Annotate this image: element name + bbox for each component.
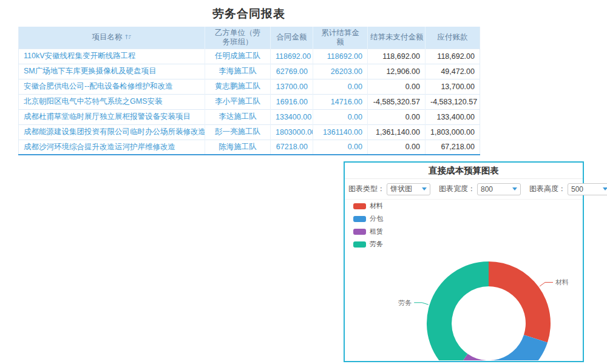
table-row: 110kV安徽线程集变开断线路工程任明成施工队118692.00118692.0… <box>19 49 480 64</box>
pie-slice-材料[interactable] <box>489 261 551 343</box>
cell-team[interactable]: 李小平施工队 <box>205 94 271 109</box>
legend-label: 材料 <box>370 201 383 211</box>
table-row: 成都能源建设集团投资有限公司临时办公场所装修改造工程EPC彭一亮施工队18030… <box>19 124 480 140</box>
labor-contract-report: 劳务合同报表 项目名称 乙方单位（劳务班组） 合同金额 累计结算金额 结算未支付… <box>18 4 480 155</box>
cell-name[interactable]: SM广场地下车库更换摄像机及硬盘项目 <box>19 64 205 79</box>
cell-settled: 14716.00 <box>313 94 368 109</box>
col-header-contractor: 乙方单位（劳务班组） <box>205 27 271 49</box>
cell-team[interactable]: 李海施工队 <box>205 64 271 79</box>
cell-contract: 62769.00 <box>271 64 313 79</box>
cell-unpaid: 1,361,140.00 <box>368 124 426 140</box>
pie-label-connector <box>540 282 553 286</box>
cell-settled: 0.00 <box>313 140 368 155</box>
cell-name[interactable]: 北京朝阳区电气中芯特气系统之GMS安装 <box>19 94 205 109</box>
cell-contract: 13700.00 <box>271 79 313 94</box>
cell-settled: 118692.00 <box>313 49 368 64</box>
table-row: 成都杜甫草堂临时展厅独立展柜报警设备安装项目李达施工队133400.000.00… <box>19 109 480 124</box>
col-header-label: 应付账款 <box>438 33 468 41</box>
cell-name[interactable]: 安徽合肥供电公司--配电设备检修维护和改造 <box>19 79 205 94</box>
cell-payable: 67,218.00 <box>426 140 480 155</box>
cell-contract: 133400.00 <box>271 109 313 124</box>
col-header-payable: 应付账款 <box>426 27 480 49</box>
cell-unpaid: 0.00 <box>368 79 426 94</box>
cell-name[interactable]: 成都杜甫草堂临时展厅独立展柜报警设备安装项目 <box>19 109 205 124</box>
cell-name[interactable]: 成都能源建设集团投资有限公司临时办公场所装修改造工程EPC <box>19 124 205 140</box>
cell-settled: 26203.00 <box>313 64 368 79</box>
cell-team[interactable]: 任明成施工队 <box>205 49 271 64</box>
cell-payable: 49,472.00 <box>426 64 480 79</box>
cell-payable: 1,803,000.00 <box>426 124 480 140</box>
legend-label: 分包 <box>370 214 383 223</box>
cell-contract: 118692.00 <box>271 49 313 64</box>
legend-item-劳务[interactable]: 劳务 <box>353 240 383 249</box>
col-header-settled-amount: 累计结算金额 <box>313 27 368 49</box>
legend-swatch <box>353 241 366 248</box>
col-header-contract-amount: 合同金额 <box>271 27 313 49</box>
col-header-project-name[interactable]: 项目名称 <box>19 27 205 49</box>
cell-unpaid: -4,585,320.57 <box>368 94 426 109</box>
legend-item-材料[interactable]: 材料 <box>353 201 383 211</box>
table-header-row: 项目名称 乙方单位（劳务班组） 合同金额 累计结算金额 结算未支付金额 应付账款 <box>19 27 480 49</box>
cell-contract: 16916.00 <box>271 94 313 109</box>
pie-chart-svg: 材料分包租赁劳务 <box>345 162 583 360</box>
col-header-label: 项目名称 <box>92 33 123 41</box>
pie-slice-label: 材料 <box>555 278 569 286</box>
pie-slice-label: 劳务 <box>398 299 412 306</box>
cell-unpaid: 0.00 <box>368 109 426 124</box>
cell-settled: 0.00 <box>313 109 368 124</box>
cell-unpaid: 0.00 <box>368 140 426 155</box>
col-header-label: 结算未支付金额 <box>370 33 424 41</box>
col-header-unpaid-amount: 结算未支付金额 <box>368 27 426 49</box>
dropdown-arrow-icon <box>603 187 607 190</box>
contract-table: 项目名称 乙方单位（劳务班组） 合同金额 累计结算金额 结算未支付金额 应付账款… <box>18 27 480 155</box>
col-header-label: 合同金额 <box>277 33 307 41</box>
cell-settled: 1361140.00 <box>313 124 368 140</box>
legend-label: 劳务 <box>370 240 383 249</box>
table-row: 北京朝阳区电气中芯特气系统之GMS安装李小平施工队16916.0014716.0… <box>19 94 480 109</box>
legend-swatch <box>353 203 366 209</box>
pie-chart-area: 材料分包租赁劳务 材料分包租赁劳务 <box>345 200 583 362</box>
cell-payable: 118,692.00 <box>426 49 480 64</box>
direct-cost-chart-panel: 直接成本预算图表 图表类型： 饼状图 图表宽度： 800 图表高度： 500 材… <box>344 161 584 362</box>
cell-name[interactable]: 110kV安徽线程集变开断线路工程 <box>19 49 205 64</box>
table-row: 安徽合肥供电公司--配电设备检修维护和改造黄志鹏施工队13700.000.000… <box>19 79 480 94</box>
cell-unpaid: 118,692.00 <box>368 49 426 64</box>
col-header-label: 乙方单位（劳务班组） <box>214 29 262 47</box>
cell-unpaid: 12,906.00 <box>368 64 426 79</box>
contract-table-body: 110kV安徽线程集变开断线路工程任明成施工队118692.00118692.0… <box>19 49 480 155</box>
cell-payable: -4,583,120.57 <box>426 94 480 109</box>
legend-label: 租赁 <box>370 227 383 236</box>
chart-legend: 材料分包租赁劳务 <box>353 201 383 252</box>
cell-team[interactable]: 李达施工队 <box>205 109 271 124</box>
pie-label-connector <box>414 303 429 305</box>
report-title: 劳务合同报表 <box>18 4 480 27</box>
legend-item-租赁[interactable]: 租赁 <box>353 227 383 236</box>
table-row: 成都沙河环境综合提升改造运河护岸维修改造陈海施工队67218.000.000.0… <box>19 140 480 155</box>
legend-item-分包[interactable]: 分包 <box>353 214 383 223</box>
cell-payable: 133,400.00 <box>426 109 480 124</box>
table-row: SM广场地下车库更换摄像机及硬盘项目李海施工队62769.0026203.001… <box>19 64 480 79</box>
cell-contract: 67218.00 <box>271 140 313 155</box>
legend-swatch <box>353 216 366 222</box>
pie-slice-劳务[interactable] <box>427 261 489 360</box>
legend-swatch <box>353 229 366 235</box>
cell-team[interactable]: 陈海施工队 <box>205 140 271 155</box>
cell-settled: 0.00 <box>313 79 368 94</box>
cell-name[interactable]: 成都沙河环境综合提升改造运河护岸维修改造 <box>19 140 205 155</box>
cell-contract: 1803000.00 <box>271 124 313 140</box>
col-header-label: 累计结算金额 <box>320 29 361 47</box>
cell-team[interactable]: 彭一亮施工队 <box>205 124 271 140</box>
cell-payable: 13,700.00 <box>426 79 480 94</box>
cell-team[interactable]: 黄志鹏施工队 <box>205 79 271 94</box>
sort-icon[interactable] <box>125 33 132 42</box>
